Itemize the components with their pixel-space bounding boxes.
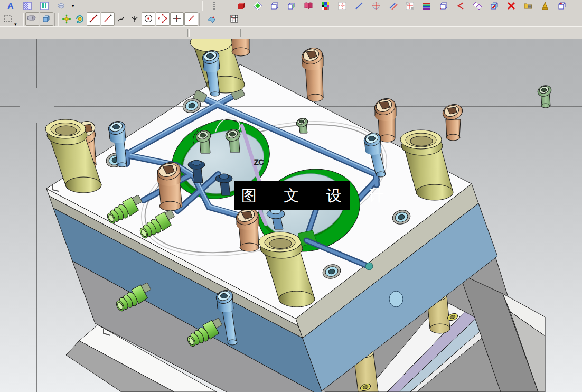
green-diamond-icon[interactable] — [253, 1, 262, 11]
teal-cube-marks-icon[interactable] — [490, 1, 499, 11]
curve-squiggle-icon[interactable] — [115, 13, 128, 26]
grid-table-icon[interactable] — [228, 13, 241, 26]
delete-x-icon[interactable] — [506, 1, 516, 11]
marquee-select-icon[interactable] — [2, 13, 14, 26]
dropdown-caret[interactable]: ▾ — [72, 1, 76, 11]
core-screw — [537, 84, 553, 108]
double-diamonds-icon[interactable] — [473, 1, 482, 11]
columns-view-icon[interactable] — [40, 1, 49, 11]
side-hole — [389, 291, 403, 307]
surface-patch-icon[interactable] — [205, 13, 218, 26]
datum-crosshair — [0, 39, 37, 392]
toolbar-row-2: ▾ — [0, 12, 582, 26]
move-star-icon[interactable] — [60, 13, 73, 26]
application-window: ZC — [0, 0, 582, 392]
yellow-beacon-icon[interactable] — [540, 1, 550, 11]
red-cube-icon[interactable] — [236, 1, 246, 11]
white-cube-icon[interactable] — [270, 1, 279, 11]
layers-stack-icon[interactable] — [57, 1, 66, 11]
folder-grid-icon[interactable] — [523, 1, 533, 11]
parallel-lines-icon[interactable] — [388, 1, 398, 11]
toolbar-row-3 — [0, 26, 582, 39]
diamond-points-icon[interactable] — [156, 12, 170, 26]
circle-crosshair-icon[interactable] — [371, 1, 381, 11]
svg-text:A: A — [7, 2, 14, 11]
blue-line-icon[interactable] — [354, 1, 364, 11]
copper-screw — [299, 45, 324, 101]
dashed-cross-box-icon[interactable] — [337, 1, 347, 11]
cross-squares-box-icon[interactable] — [405, 1, 415, 11]
toolbar-row-1: A ▾ — [0, 0, 582, 12]
color-palette-icon[interactable] — [321, 1, 330, 11]
circle-center-icon[interactable] — [142, 12, 155, 26]
red-angle-lines-icon[interactable] — [456, 1, 465, 11]
cube-red-dot-icon[interactable] — [557, 1, 567, 11]
rotate-orbit-icon[interactable] — [73, 13, 86, 26]
watermark-banner: 图 文 设 计 — [234, 181, 350, 210]
3d-viewport[interactable]: ZC — [0, 0, 582, 392]
text-tool-icon[interactable]: A — [6, 1, 15, 11]
point-tool-icon[interactable] — [128, 13, 141, 26]
copper-screw — [441, 102, 465, 141]
hatch-tool-icon[interactable] — [23, 1, 32, 11]
line-red2-icon[interactable] — [101, 12, 115, 26]
cube-diagonal-icon[interactable] — [439, 1, 448, 11]
half-cube-icon[interactable] — [287, 1, 296, 11]
book-pages-icon[interactable] — [304, 1, 313, 11]
color-bars-icon[interactable] — [422, 1, 431, 11]
toolbar-group-left: A — [2, 0, 70, 11]
plus-center-icon[interactable] — [170, 12, 184, 26]
line-red-icon[interactable] — [87, 12, 100, 26]
line-red3-icon[interactable] — [184, 12, 198, 26]
solid-roll-icon[interactable] — [25, 12, 39, 26]
solid-cube-icon[interactable] — [40, 12, 53, 26]
wcs-label: ZC — [254, 158, 264, 166]
